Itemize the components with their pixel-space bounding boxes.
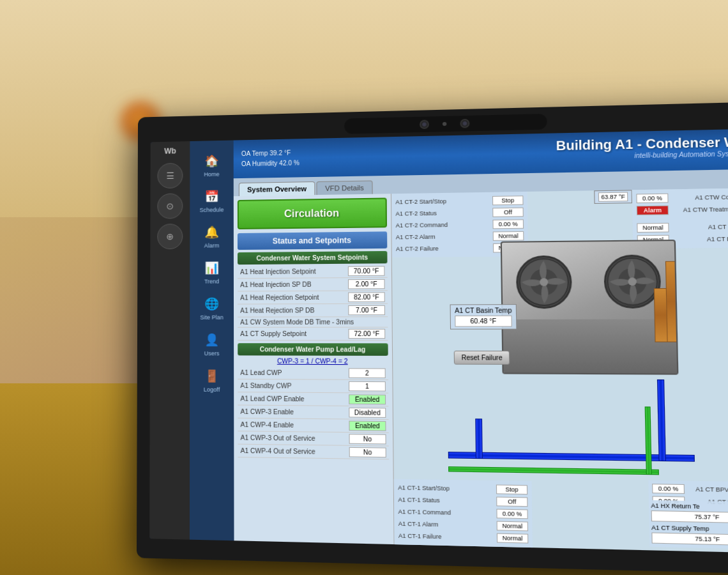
standby-cwp-row: A1 Standby CWP 1	[238, 379, 388, 394]
nav-users-label: Users	[204, 350, 220, 356]
header-title-block: Building A1 - Condenser Wa intelli-build…	[556, 134, 728, 160]
camera-indicator	[443, 122, 446, 126]
app-sidebar: Wb ☰ ⊙ ⊕	[149, 141, 190, 540]
bpv-command-value[interactable]: 0.00 %	[652, 484, 685, 494]
treatment-alarm-value[interactable]: Alarm	[637, 206, 669, 215]
ct2-status-value[interactable]: Off	[492, 208, 524, 217]
header-info: OA Temp 39.2 °F OA Humidity 42.0 %	[241, 148, 300, 169]
oa-temp-display: OA Temp 39.2 °F	[241, 148, 300, 159]
ct1-alarm-label: A1 CT-1 Alarm	[398, 520, 439, 528]
heat-rejection-db-label: A1 Heat Rejection SP DB	[240, 307, 348, 314]
copper-pipe-2	[654, 288, 668, 342]
nav-logoff[interactable]: 🚪 Logoff	[192, 362, 231, 398]
nav-home-label: Home	[204, 171, 219, 178]
heat-rejection-setpoint-row: A1 Heat Rejection Setpoint 82.00 °F	[238, 291, 388, 304]
sidebar-search-icon[interactable]: ⊙	[157, 193, 183, 218]
nav-sidebar: 🏠 Home 📅 Schedule 🔔 Alarm 📊 Trend 🌐 Site…	[190, 141, 234, 541]
cwp3-oos-value[interactable]: No	[349, 434, 386, 444]
cwp4-enable-row: A1 CWP-4 Enable Enabled	[238, 418, 388, 433]
pipe-vertical-blue-2	[475, 418, 483, 459]
heat-injection-db-value[interactable]: 2.00 °F	[348, 279, 385, 289]
ct1-failure-row: A1 CT-1 Failure Normal	[397, 530, 530, 545]
pipe-horizontal-blue	[448, 452, 695, 462]
cwp4-enable-label: A1 CWP-4 Enable	[240, 421, 349, 429]
ct1-command-label: A1 CT-1 Command	[398, 509, 451, 516]
hx-return-temp-value: 75.37 °F	[651, 510, 728, 524]
heat-rejection-db-value[interactable]: 7.00 °F	[348, 305, 385, 316]
ct-supply-temp-value: 75.13 °F	[651, 532, 728, 546]
nav-alarm-label: Alarm	[204, 242, 220, 249]
pipe-vertical-green	[645, 406, 652, 475]
cwp3-enable-label: A1 CWP-3 Enable	[240, 408, 349, 417]
ct1-start-stop-value[interactable]: Stop	[496, 485, 527, 495]
header-bar: OA Temp 39.2 °F OA Humidity 42.0 % Build…	[234, 128, 728, 178]
ct-supply-temp-label: A1 CT Supply Temp	[651, 524, 728, 533]
cwp4-oos-value[interactable]: No	[349, 447, 386, 457]
site-plan-icon: 🌐	[202, 295, 220, 313]
cwp4-oos-row: A1 CWP-4 Out of Service No	[238, 445, 389, 460]
cw-mode-db-label: A1 CW System Mode DB Time - 3mins	[240, 318, 385, 326]
alarm-icon: 🔔	[202, 223, 220, 241]
reset-failure-button[interactable]: Reset Failure	[454, 351, 510, 365]
low-level-label: A1 CT Low Level	[708, 223, 728, 230]
ct1-start-stop-label: A1 CT-1 Start/Stop	[398, 484, 450, 492]
cwp4-oos-label: A1 CWP-4 Out of Service	[241, 447, 349, 456]
circulation-button[interactable]: Circulation	[238, 197, 387, 229]
ct2-failure-label: A1 CT-2 Failure	[396, 245, 439, 252]
heat-rejection-db-row: A1 Heat Rejection SP DB 7.00 °F	[238, 304, 388, 318]
ct2-command-label: A1 CT-2 Command	[396, 222, 448, 229]
heat-rejection-setpoint-value[interactable]: 82.00 °F	[348, 292, 385, 302]
cwp3-enable-value[interactable]: Disabled	[349, 408, 386, 418]
temp-tag-63: 63.87 °F	[594, 190, 632, 204]
ct-supply-setpoint-value[interactable]: 72.00 °F	[348, 329, 385, 339]
ct2-start-stop-label: A1 CT-2 Start/Stop	[395, 198, 446, 205]
content-area: Circulation Status and Setpoints Condens…	[234, 188, 728, 553]
cwp3-oos-label: A1 CWP-3 Out of Service	[241, 434, 349, 442]
sidebar-menu-icon[interactable]: ☰	[157, 163, 183, 188]
lead-cwp-enable-value[interactable]: Enabled	[349, 394, 386, 404]
ct2-start-stop-value[interactable]: Stop	[492, 195, 524, 205]
nav-schedule[interactable]: 📅 Schedule	[192, 182, 231, 218]
treatment-alarm-label: A1 CTW Treatment Alarm	[683, 206, 728, 213]
ct2-status-label: A1 CT-2 Status	[395, 210, 436, 217]
heat-injection-setpoint-value[interactable]: 70.00 °F	[348, 266, 385, 276]
ct1-failure-value[interactable]: Normal	[497, 533, 528, 544]
tab-vfd-details[interactable]: VFD Details	[317, 180, 373, 195]
home-icon: 🏠	[202, 152, 220, 170]
heat-injection-setpoint-label: A1 Heat Injection Setpoint	[240, 268, 348, 275]
fan-svg-2	[606, 257, 660, 307]
left-panel: Circulation Status and Setpoints Condens…	[234, 194, 395, 544]
nav-site-plan[interactable]: 🌐 Site Plan	[192, 289, 231, 325]
ct1-data-panel: A1 CT-1 Start/Stop Stop A1 CT-1 Status O…	[394, 479, 533, 548]
users-icon: 👤	[202, 331, 220, 349]
lead-cwp-enable-label: A1 Lead CWP Enable	[240, 395, 349, 402]
condenser-water-setpoints-header: Condenser Water System Setpoints	[238, 251, 388, 264]
sidebar-settings-icon[interactable]: ⊕	[157, 224, 183, 249]
monitor-bezel: Wb ☰ ⊙ ⊕ 🏠 Home 📅 Schedule 🔔 Alarm 📊 Tre…	[137, 102, 728, 574]
cwp4-enable-value[interactable]: Enabled	[349, 421, 386, 431]
schedule-icon: 📅	[202, 188, 220, 206]
nav-alarm[interactable]: 🔔 Alarm	[192, 218, 231, 254]
ct1-alarm-value[interactable]: Normal	[497, 521, 528, 532]
nav-trend[interactable]: 📊 Trend	[192, 254, 231, 290]
ct1-command-value[interactable]: 0.00 %	[496, 509, 527, 519]
standby-cwp-value[interactable]: 1	[349, 381, 386, 392]
sidebar-logo: Wb	[164, 146, 176, 155]
ct-supply-setpoint-label: A1 CT Supply Setpoint	[240, 330, 348, 337]
cwp-link[interactable]: CWP-3 = 1 / CWP-4 = 2	[238, 357, 388, 365]
ct1-failure-label: A1 CT-1 Failure	[398, 532, 442, 540]
temp-readings-panel: A1 HX Return Te 75.37 °F A1 CT Supply Te…	[649, 500, 728, 549]
lead-cwp-value[interactable]: 2	[349, 368, 386, 378]
nav-home[interactable]: 🏠 Home	[192, 147, 231, 183]
heat-rejection-setpoint-label: A1 Heat Rejection Setpoint	[240, 294, 348, 302]
treatment-alarm-row: Alarm A1 CTW Treatment Alarm	[635, 203, 728, 217]
tab-system-overview[interactable]: System Overview	[239, 181, 315, 196]
conductivity-label: A1 CTW Conductivity	[695, 194, 728, 201]
nav-users[interactable]: 👤 Users	[192, 326, 231, 362]
pipe-vertical-blue	[657, 379, 666, 461]
conductivity-row: 0.00 % A1 CTW Conductivity	[635, 190, 728, 204]
conductivity-value[interactable]: 0.00 %	[636, 194, 668, 203]
temp-63-value: 63.87 °F	[598, 192, 628, 202]
ct1-status-value[interactable]: Off	[496, 497, 527, 507]
oa-humidity-display: OA Humidity 42.0 %	[241, 158, 300, 169]
